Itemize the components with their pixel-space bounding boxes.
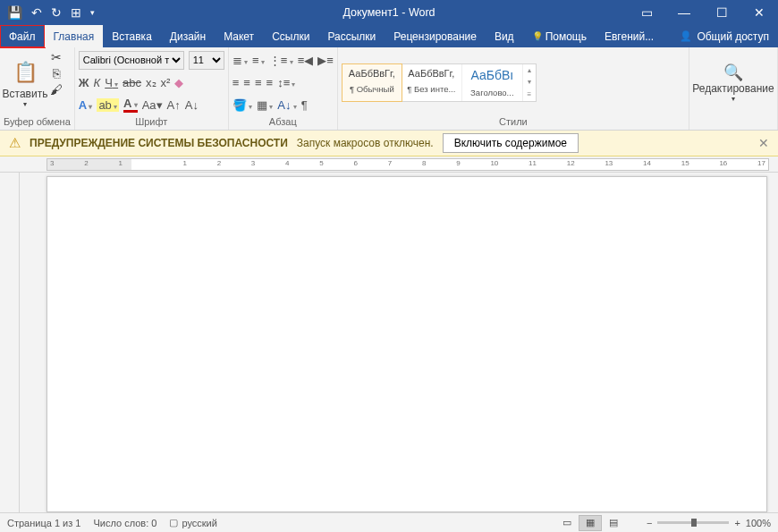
align-right-button[interactable]: ≡ [255, 76, 262, 89]
copy-icon[interactable]: ⎘ [53, 66, 60, 80]
language-label: русский [182, 518, 216, 528]
security-warning-bar: ⚠ ПРЕДУПРЕЖДЕНИЕ СИСТЕМЫ БЕЗОПАСНОСТИ За… [0, 131, 778, 156]
align-center-button[interactable]: ≡ [243, 76, 250, 89]
show-marks-button[interactable]: ¶ [301, 98, 308, 112]
zoom-control: − + 100% [647, 518, 771, 528]
tab-review[interactable]: Рецензирование [385, 25, 486, 47]
language-status[interactable]: ▢ русский [169, 517, 216, 528]
tab-view[interactable]: Вид [486, 25, 523, 47]
align-left-button[interactable]: ≡ [233, 76, 240, 89]
page-scroll-area[interactable] [20, 173, 778, 512]
line-spacing-button[interactable]: ↕≡ [277, 76, 295, 89]
chevron-down-icon: ▾ [731, 95, 735, 103]
highlight-button[interactable]: ab [97, 98, 119, 112]
sort-button[interactable]: A↓ [277, 98, 296, 112]
user-name[interactable]: Евгений... [596, 25, 663, 47]
decrease-indent-button[interactable]: ≡◀ [298, 54, 314, 67]
qat-dropdown-icon[interactable]: ▾ [90, 8, 95, 17]
zoom-level[interactable]: 100% [746, 518, 771, 528]
tab-home[interactable]: Главная [45, 25, 104, 47]
vertical-ruler[interactable] [0, 173, 20, 512]
window-controls: ▭ — ☐ ✕ [628, 0, 778, 25]
tab-references[interactable]: Ссылки [263, 25, 318, 47]
read-mode-icon[interactable]: ▭ [555, 515, 579, 531]
strikethrough-button[interactable]: abc [123, 76, 141, 89]
group-paragraph-label: Абзац [233, 114, 334, 130]
style-no-spacing[interactable]: АаБбВвГг, ¶ Без инте... [402, 64, 462, 101]
gallery-more-icon[interactable]: ≡ [527, 90, 531, 98]
style-name: ¶ Без инте... [403, 84, 460, 94]
group-font-label: Шрифт [79, 114, 224, 130]
change-case-button[interactable]: Aa▾ [142, 98, 163, 112]
multilevel-button[interactable]: ⋮≡ [269, 54, 293, 67]
style-preview: АаБбВвГг, [344, 68, 400, 79]
print-layout-icon[interactable]: ▦ [579, 515, 602, 531]
web-layout-icon[interactable]: ▤ [602, 515, 625, 531]
tab-mailings[interactable]: Рассылки [318, 25, 385, 47]
tab-help[interactable]: Помощь [523, 25, 596, 47]
close-icon[interactable]: ✕ [740, 0, 778, 25]
increase-indent-button[interactable]: ▶≡ [317, 54, 334, 67]
redo-icon[interactable]: ↻ [51, 5, 62, 20]
status-bar: Страница 1 из 1 Число слов: 0 ▢ русский … [0, 512, 778, 532]
horizontal-ruler[interactable]: 3211234567891011121314151617 [0, 156, 778, 173]
minimize-icon[interactable]: — [665, 0, 703, 25]
close-warning-icon[interactable]: ✕ [758, 136, 769, 150]
format-painter-icon[interactable]: 🖌 [50, 82, 63, 97]
font-size-select[interactable]: 11 [189, 51, 224, 70]
tab-insert[interactable]: Вставка [103, 25, 161, 47]
superscript-button[interactable]: x² [161, 76, 171, 89]
save-icon[interactable]: 💾 [7, 5, 22, 20]
style-normal[interactable]: АаБбВвГг, ¶ Обычный [342, 63, 402, 102]
shrink-font-button[interactable]: A↓ [185, 98, 199, 112]
gallery-up-icon[interactable]: ▴ [528, 66, 531, 74]
paste-button[interactable]: 📋 Вставить ▾ [4, 50, 47, 114]
justify-button[interactable]: ≡ [266, 76, 274, 89]
styles-gallery[interactable]: АаБбВвГг, ¶ Обычный АаБбВвГг, ¶ Без инте… [342, 63, 537, 102]
ribbon-display-icon[interactable]: ▭ [628, 0, 665, 25]
gallery-down-icon[interactable]: ▾ [528, 78, 531, 86]
style-preview: АаБбВı [464, 68, 520, 82]
bullets-button[interactable]: ≣ [233, 54, 248, 67]
page-count[interactable]: Страница 1 из 1 [7, 518, 80, 528]
zoom-slider[interactable] [657, 521, 729, 524]
group-font: Calibri (Основной тек 11 Ж К Ч abc x₂ x²… [75, 47, 229, 130]
style-name: Заголово... [464, 88, 520, 97]
document-page[interactable] [47, 176, 767, 512]
undo-icon[interactable]: ↶ [31, 5, 42, 20]
numbering-button[interactable]: ≡ [252, 54, 265, 67]
touch-mode-icon[interactable]: ⊞ [71, 5, 81, 20]
maximize-icon[interactable]: ☐ [703, 0, 740, 25]
zoom-in-button[interactable]: + [734, 518, 740, 528]
group-editing-label [693, 114, 774, 130]
spellcheck-icon: ▢ [169, 517, 178, 528]
share-button[interactable]: Общий доступ [671, 25, 778, 47]
tab-design[interactable]: Дизайн [161, 25, 215, 47]
underline-button[interactable]: Ч [105, 76, 118, 89]
cut-icon[interactable]: ✂ [51, 50, 62, 64]
group-editing: 🔍 Редактирование ▾ [689, 47, 778, 130]
font-color-button[interactable]: A [123, 97, 138, 113]
tab-layout[interactable]: Макет [215, 25, 263, 47]
shading-button[interactable]: 🪣 [233, 98, 252, 112]
word-count[interactable]: Число слов: 0 [93, 518, 156, 528]
text-effects-button[interactable]: A [79, 98, 93, 112]
italic-button[interactable]: К [94, 76, 101, 89]
style-preview: АаБбВвГг, [403, 68, 460, 79]
tab-file[interactable]: Файл [0, 25, 45, 47]
paste-label: Вставить [3, 88, 48, 100]
clear-formatting-icon[interactable]: ◆ [174, 76, 183, 89]
window-title: Документ1 - Word [342, 6, 435, 19]
enable-content-button[interactable]: Включить содержимое [443, 133, 579, 153]
editing-button[interactable]: 🔍 Редактирование ▾ [693, 63, 774, 103]
font-name-select[interactable]: Calibri (Основной тек [79, 51, 184, 70]
share-label: Общий доступ [697, 30, 769, 43]
group-styles-label: Стили [342, 114, 685, 130]
group-paragraph: ≣ ≡ ⋮≡ ≡◀ ▶≡ ≡ ≡ ≡ ≡ ↕≡ 🪣 ▦ A↓ ¶ Абзац [229, 47, 338, 130]
borders-button[interactable]: ▦ [257, 98, 273, 112]
subscript-button[interactable]: x₂ [146, 76, 156, 89]
bold-button[interactable]: Ж [79, 76, 89, 89]
style-heading1[interactable]: АаБбВı Заголово... [462, 64, 523, 101]
grow-font-button[interactable]: A↑ [167, 98, 181, 112]
zoom-out-button[interactable]: − [647, 518, 652, 528]
